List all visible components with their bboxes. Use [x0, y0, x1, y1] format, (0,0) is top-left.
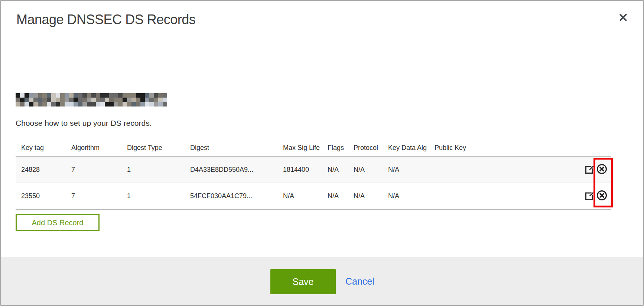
- dialog-footer: Save Cancel: [1, 257, 643, 305]
- add-ds-record-button[interactable]: Add DS Record: [16, 214, 100, 231]
- cell-digest: D4A33E8DD550A9...: [190, 166, 283, 174]
- delete-record-button[interactable]: [596, 190, 607, 202]
- delete-icon: [596, 190, 607, 202]
- edit-icon: [585, 164, 595, 175]
- column-header-flags: Flags: [328, 144, 354, 152]
- column-header-key-data-alg: Key Data Alg: [388, 144, 435, 152]
- edit-record-button[interactable]: [585, 190, 595, 201]
- dialog-title: Manage DNSSEC DS Records: [16, 12, 195, 27]
- save-button[interactable]: Save: [270, 269, 336, 294]
- cell-key-data-alg: N/A: [388, 192, 435, 200]
- column-header-public-key: Public Key: [435, 144, 582, 152]
- cell-digest: 54FCF030AA1C79...: [190, 192, 283, 200]
- column-header-key-tag: Key tag: [16, 144, 71, 152]
- column-header-digest-type: Digest Type: [127, 144, 190, 152]
- cell-key-data-alg: N/A: [388, 166, 435, 174]
- column-header-digest: Digest: [190, 144, 283, 152]
- close-icon: [618, 12, 628, 24]
- table-header-row: Key tag Algorithm Digest Type Digest Max…: [16, 140, 611, 156]
- cancel-link[interactable]: Cancel: [345, 276, 374, 287]
- cell-digest-type: 1: [127, 192, 190, 200]
- cell-flags: N/A: [328, 166, 354, 174]
- table-row: 24828 7 1 D4A33E8DD550A9... 1814400 N/A …: [16, 156, 611, 183]
- edit-icon: [585, 190, 595, 201]
- cell-protocol: N/A: [354, 192, 388, 200]
- cell-flags: N/A: [328, 192, 354, 200]
- delete-record-button[interactable]: [596, 164, 607, 176]
- cell-max-sig-life: 1814400: [283, 166, 328, 174]
- cell-algorithm: 7: [71, 166, 127, 174]
- instruction-text: Choose how to set up your DS records.: [16, 119, 152, 128]
- redacted-domain: [16, 93, 167, 107]
- manage-ds-records-dialog: Manage DNSSEC DS Records Choose how to s…: [0, 0, 644, 306]
- close-button[interactable]: [616, 10, 631, 25]
- cell-max-sig-life: N/A: [283, 192, 328, 200]
- cell-digest-type: 1: [127, 166, 190, 174]
- cell-protocol: N/A: [354, 166, 388, 174]
- column-header-max-sig-life: Max Sig Life: [283, 144, 328, 152]
- cell-key-tag: 23550: [16, 192, 71, 200]
- cell-key-tag: 24828: [16, 166, 71, 174]
- table-row: 23550 7 1 54FCF030AA1C79... N/A N/A N/A …: [16, 183, 611, 210]
- column-header-protocol: Protocol: [354, 144, 388, 152]
- column-header-algorithm: Algorithm: [71, 144, 127, 152]
- cell-algorithm: 7: [71, 192, 127, 200]
- ds-records-table: Key tag Algorithm Digest Type Digest Max…: [16, 140, 611, 210]
- edit-record-button[interactable]: [585, 164, 595, 175]
- delete-icon: [596, 164, 607, 176]
